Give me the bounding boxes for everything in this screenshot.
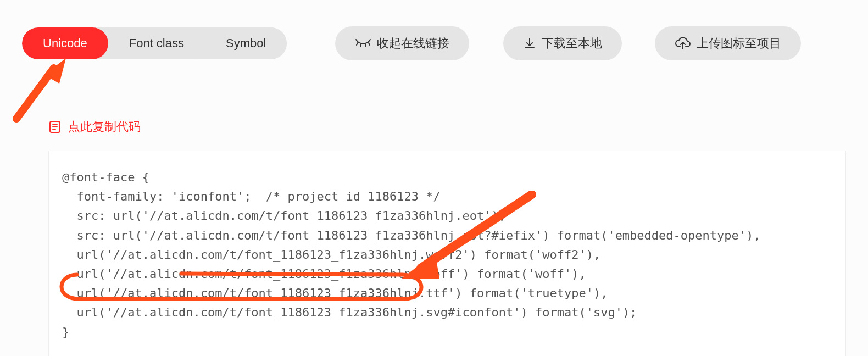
download-local-button[interactable]: 下载至本地 bbox=[503, 26, 622, 60]
code-block: @font-face { font-family: 'iconfont'; /*… bbox=[48, 151, 846, 356]
svg-line-0 bbox=[357, 43, 358, 45]
svg-marker-8 bbox=[44, 58, 66, 84]
annotation-arrow-to-tab bbox=[11, 58, 71, 124]
download-local-label: 下载至本地 bbox=[542, 35, 602, 52]
upload-project-button[interactable]: 上传图标至项目 bbox=[655, 26, 801, 60]
collapse-link-label: 收起在线链接 bbox=[377, 35, 449, 52]
format-tabs: Unicode Font class Symbol bbox=[22, 27, 287, 59]
cloud-upload-icon bbox=[675, 37, 691, 50]
tab-symbol[interactable]: Symbol bbox=[205, 27, 287, 59]
svg-line-3 bbox=[369, 43, 370, 45]
svg-line-2 bbox=[365, 44, 366, 47]
top-toolbar: Unicode Font class Symbol 收起在线链接 下载至本地 bbox=[0, 0, 868, 60]
tab-unicode[interactable]: Unicode bbox=[22, 27, 108, 59]
upload-project-label: 上传图标至项目 bbox=[697, 35, 781, 52]
svg-line-1 bbox=[360, 44, 361, 47]
collapse-link-button[interactable]: 收起在线链接 bbox=[335, 26, 469, 60]
copy-code-button[interactable]: 点此复制代码 bbox=[48, 119, 868, 135]
tab-fontclass[interactable]: Font class bbox=[108, 27, 205, 59]
eyelash-icon bbox=[355, 38, 371, 48]
copy-icon bbox=[48, 120, 62, 134]
copy-code-label: 点此复制代码 bbox=[68, 119, 141, 135]
download-icon bbox=[523, 37, 536, 50]
